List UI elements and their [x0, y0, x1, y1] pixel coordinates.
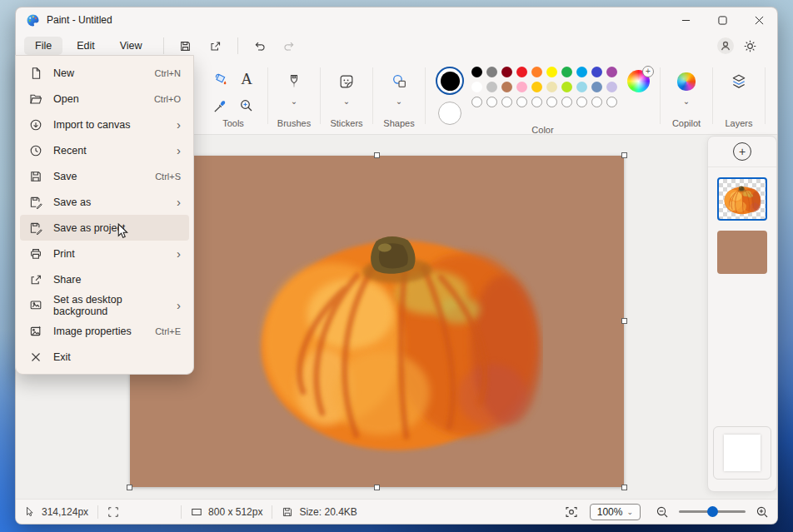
menu-item-shortcut: Ctrl+S — [155, 172, 181, 181]
menu-item-save-as[interactable]: Save as› — [20, 189, 189, 215]
account-icon[interactable] — [716, 37, 735, 55]
empty-color-swatch-6[interactable] — [561, 97, 572, 107]
file-menu: NewCtrl+NOpenCtrl+OImport to canvas›Rece… — [15, 55, 194, 375]
magnifier-icon[interactable] — [235, 94, 258, 117]
color-swatch-1-8[interactable] — [591, 67, 602, 77]
canvas-handle-bottom-right[interactable] — [621, 485, 627, 490]
canvas-handle-top-right[interactable] — [621, 152, 627, 158]
file-menu-button[interactable]: File — [24, 37, 62, 55]
zoom-slider-thumb[interactable] — [707, 506, 718, 517]
share-icon[interactable] — [202, 36, 229, 56]
edit-menu-button[interactable]: Edit — [66, 37, 106, 55]
menu-item-print[interactable]: Print› — [20, 241, 189, 266]
color-swatch-2-4[interactable] — [531, 82, 542, 92]
layer-thumbnail-brown[interactable] — [717, 231, 767, 274]
canvas-handle-bottom-center[interactable] — [374, 485, 380, 490]
menu-item-exit[interactable]: Exit — [20, 344, 189, 370]
edit-colors-button[interactable]: + — [627, 70, 650, 92]
text-tool-icon[interactable]: A — [235, 67, 258, 91]
color-swatch-1-0[interactable] — [471, 67, 482, 77]
maximize-button[interactable] — [704, 7, 741, 32]
menubar-separator — [237, 37, 238, 54]
eyedropper-icon[interactable] — [208, 94, 232, 117]
settings-gear-icon[interactable] — [743, 39, 757, 53]
color-swatch-1-3[interactable] — [516, 67, 527, 77]
color-swatch-2-6[interactable] — [561, 82, 572, 92]
zoom-out-icon[interactable] — [656, 505, 669, 519]
color-swatch-1-7[interactable] — [576, 67, 587, 77]
menu-item-set-as-desktop-background[interactable]: Set as desktop background› — [20, 292, 189, 318]
plus-badge-icon: + — [642, 66, 654, 77]
empty-color-swatch-8[interactable] — [591, 97, 602, 107]
share-icon — [29, 273, 42, 286]
menu-item-shortcut: Ctrl+O — [154, 94, 181, 104]
empty-color-swatch-5[interactable] — [546, 97, 557, 107]
canvas[interactable] — [130, 156, 624, 487]
save-icon[interactable] — [172, 36, 199, 56]
selected-color-swatch[interactable] — [436, 67, 464, 95]
menu-item-save[interactable]: SaveCtrl+S — [20, 163, 189, 189]
menu-item-save-as-project[interactable]: Save as project — [20, 215, 189, 241]
statusbar-separator — [97, 505, 98, 519]
menu-item-image-properties[interactable]: Image propertiesCtrl+E — [20, 318, 189, 344]
add-layer-button[interactable]: + — [733, 142, 751, 161]
color-swatch-1-6[interactable] — [561, 67, 572, 77]
color-swatch-1-2[interactable] — [501, 67, 512, 77]
zoom-slider[interactable] — [679, 510, 746, 513]
color-swatch-2-7[interactable] — [576, 82, 587, 92]
empty-color-swatch-7[interactable] — [576, 97, 587, 107]
empty-color-swatch-2[interactable] — [501, 97, 512, 107]
color-swatch-1-4[interactable] — [531, 67, 542, 77]
layers-panel: + — [707, 136, 777, 492]
redo-icon[interactable] — [277, 36, 303, 56]
minimize-button[interactable] — [667, 7, 704, 32]
color-swatch-2-3[interactable] — [516, 82, 527, 92]
statusbar: 314,124px 800 x 512px Size: 20.4KB — [16, 499, 777, 524]
close-button[interactable] — [741, 7, 777, 32]
menu-item-share[interactable]: Share — [20, 266, 189, 292]
fit-to-screen-icon[interactable] — [565, 505, 578, 519]
color-swatch-2-0[interactable] — [471, 82, 482, 92]
menu-item-new[interactable]: NewCtrl+N — [20, 60, 189, 86]
background-layer-thumbnail[interactable] — [724, 435, 761, 471]
fill-bucket-icon[interactable] — [208, 67, 232, 91]
desktop-background: { "window": { "title": "Paint - Untitled… — [0, 0, 793, 532]
layer-thumbnail-pumpkin[interactable] — [717, 177, 767, 221]
zoom-in-icon[interactable] — [756, 505, 769, 519]
color-swatch-1-5[interactable] — [546, 67, 557, 77]
canvas-handle-bottom-left[interactable] — [127, 485, 132, 490]
canvas-handle-top-center[interactable] — [374, 152, 380, 158]
color-swatch-1-9[interactable] — [606, 67, 617, 77]
statusbar-separator — [272, 505, 272, 519]
shapes-group[interactable]: ⌄ Shapes — [377, 59, 421, 134]
color-swatch-2-8[interactable] — [591, 82, 602, 92]
copilot-icon — [677, 69, 696, 94]
ribbon-separator — [267, 67, 268, 124]
view-menu-button[interactable]: View — [109, 37, 153, 55]
color-swatch-2-5[interactable] — [546, 82, 557, 92]
menu-item-label: Share — [53, 274, 81, 286]
chevron-right-icon: › — [177, 119, 181, 131]
empty-color-swatch-1[interactable] — [486, 97, 497, 107]
empty-color-swatch-0[interactable] — [471, 97, 482, 107]
color-swatch-2-1[interactable] — [486, 82, 497, 92]
undo-icon[interactable] — [247, 36, 273, 56]
secondary-color-swatch[interactable] — [438, 102, 461, 125]
empty-color-swatch-3[interactable] — [516, 97, 527, 107]
empty-color-swatch-9[interactable] — [606, 97, 617, 107]
tools-group: A Tools — [202, 59, 264, 134]
empty-color-swatch-4[interactable] — [531, 97, 542, 107]
color-swatch-1-1[interactable] — [486, 67, 497, 77]
open-folder-icon — [29, 92, 42, 106]
canvas-handle-middle-right[interactable] — [621, 318, 627, 324]
menu-item-import-to-canvas[interactable]: Import to canvas› — [20, 112, 189, 137]
layers-group[interactable]: Layers — [716, 59, 761, 134]
menu-item-recent[interactable]: Recent› — [20, 137, 189, 163]
color-swatch-2-9[interactable] — [606, 82, 617, 92]
stickers-group[interactable]: ⌄ Stickers — [324, 59, 369, 134]
color-swatch-2-2[interactable] — [501, 82, 512, 92]
menu-item-open[interactable]: OpenCtrl+O — [20, 86, 189, 112]
copilot-group[interactable]: ⌄ Copilot — [664, 59, 709, 134]
zoom-level-dropdown[interactable]: 100% ⌄ — [590, 504, 641, 520]
brushes-group[interactable]: ⌄ Brushes — [272, 59, 317, 134]
